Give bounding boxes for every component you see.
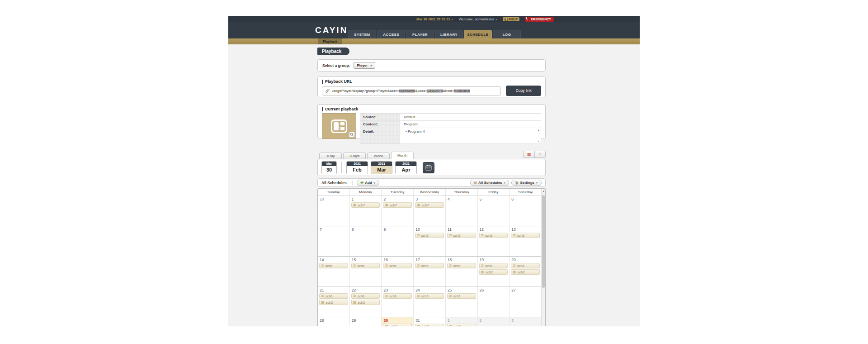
day-cell-8[interactable]: 8 bbox=[350, 226, 382, 256]
calendar-scrollbar[interactable]: ▲ ▼ bbox=[541, 189, 545, 326]
schedule-event-sch2[interactable]: ▦sch2 bbox=[351, 300, 380, 305]
magnifier-button[interactable] bbox=[349, 132, 355, 138]
day-cell-15[interactable]: 15≣sch6 bbox=[350, 257, 382, 287]
day-cell-19[interactable]: 19≣sch6▦sch2 bbox=[478, 257, 510, 287]
day-cell-2[interactable]: 2 bbox=[478, 317, 510, 326]
day-cell-25[interactable]: 25≣sch6 bbox=[446, 287, 478, 317]
schedule-event-sch6[interactable]: ≣sch6 bbox=[447, 233, 476, 238]
calendar-view-button[interactable]: ▦ bbox=[524, 151, 534, 158]
day-cell-24[interactable]: 24≣sch6 bbox=[414, 287, 446, 317]
settings-button[interactable]: Settings ▼ bbox=[511, 180, 542, 186]
day-cell-3[interactable]: 3 bbox=[509, 317, 541, 326]
schedule-event-sch6[interactable]: ≣sch6 bbox=[479, 263, 508, 268]
schedule-event-sch6[interactable]: ≣sch6 bbox=[415, 233, 444, 238]
day-cell-4[interactable]: 4 bbox=[446, 196, 478, 226]
day-cell-21[interactable]: 21≣sch6▦sch2 bbox=[318, 287, 350, 317]
day-cell-30[interactable]: 30▦sch3 bbox=[382, 317, 414, 326]
schedule-event-sch6[interactable]: ≣sch6 bbox=[351, 293, 380, 299]
schedule-event-sch6[interactable]: ≣sch6 bbox=[415, 263, 444, 268]
schedule-event-sch6[interactable]: ≣sch6 bbox=[383, 293, 412, 299]
event-label: sch6 bbox=[453, 264, 461, 268]
schedule-event-sch5[interactable]: ▦sch5 bbox=[447, 324, 476, 326]
schedule-event-sch6[interactable]: ≣sch6 bbox=[447, 293, 476, 299]
day-cell-6[interactable]: 6 bbox=[509, 196, 541, 226]
date-picker-button[interactable] bbox=[423, 162, 434, 173]
scroll-up-icon[interactable]: ▲ bbox=[542, 190, 546, 192]
schedule-event-sch3[interactable]: ▦sch3 bbox=[383, 324, 412, 326]
nav-tab-schedule[interactable]: SCHEDULE bbox=[464, 30, 492, 38]
copy-link-button[interactable]: Copy link bbox=[506, 86, 541, 96]
day-cell-28[interactable]: 28 bbox=[318, 196, 350, 226]
day-cell-31[interactable]: 31▦sch5 bbox=[414, 317, 446, 326]
day-cell-1[interactable]: 1▦sch5 bbox=[446, 317, 478, 326]
schedule-event-sch7[interactable]: ▣sch7 bbox=[351, 202, 380, 208]
day-cell-12[interactable]: 12≣sch6 bbox=[478, 226, 510, 256]
day-cell-17[interactable]: 17≣sch6 bbox=[414, 257, 446, 287]
schedule-event-sch6[interactable]: ≣sch6 bbox=[511, 233, 540, 238]
day-cell-23[interactable]: 23≣sch6 bbox=[382, 287, 414, 317]
nav-tab-system[interactable]: SYSTEM bbox=[348, 30, 376, 38]
view-tab-month[interactable]: Month bbox=[391, 152, 414, 159]
day-cell-26[interactable]: 26 bbox=[478, 287, 510, 317]
list-view-button[interactable]: ≡ bbox=[534, 151, 545, 158]
emergency-button[interactable]: !EMERGENCY bbox=[525, 17, 554, 22]
scroll-up-icon[interactable]: ▲ bbox=[538, 129, 540, 131]
schedules-filter-button[interactable]: ▦ All Schedules ▼ bbox=[470, 180, 509, 186]
day-cell-14[interactable]: 14≣sch6 bbox=[318, 257, 350, 287]
schedule-event-sch7[interactable]: ▣sch7 bbox=[415, 202, 444, 208]
day-cell-7[interactable]: 7 bbox=[318, 226, 350, 256]
view-tab-3days[interactable]: 3Days bbox=[343, 153, 366, 159]
schedule-event-sch6[interactable]: ≣sch6 bbox=[415, 293, 444, 299]
help-button[interactable]: ?HELP bbox=[503, 17, 519, 21]
group-dropdown[interactable]: Player ▼ bbox=[354, 62, 375, 69]
day-cell-27[interactable]: 27 bbox=[509, 287, 541, 317]
day-cell-2[interactable]: 2▣sch7 bbox=[382, 196, 414, 226]
schedule-event-sch2[interactable]: ▦sch2 bbox=[479, 269, 508, 275]
schedule-event-sch6[interactable]: ≣sch6 bbox=[383, 263, 412, 268]
nav-tab-library[interactable]: LIBRARY bbox=[435, 30, 463, 38]
user-menu[interactable]: Welcome, administrator▼ bbox=[459, 17, 498, 21]
schedule-event-sch6[interactable]: ≣sch6 bbox=[319, 263, 348, 268]
day-cell-11[interactable]: 11≣sch6 bbox=[446, 226, 478, 256]
day-cell-20[interactable]: 20≣sch6▦sch2 bbox=[509, 257, 541, 287]
schedule-event-sch2[interactable]: ▦sch2 bbox=[511, 269, 540, 275]
day-cell-13[interactable]: 13≣sch6 bbox=[509, 226, 541, 256]
detail-label: Detail: bbox=[360, 128, 400, 143]
add-button[interactable]: ✚ Add ▼ bbox=[357, 180, 379, 186]
schedule-event-sch6[interactable]: ≣sch6 bbox=[479, 233, 508, 238]
schedule-event-sch6[interactable]: ≣sch6 bbox=[351, 263, 380, 268]
view-tab-week[interactable]: Week bbox=[367, 153, 390, 159]
day-cell-10[interactable]: 10≣sch6 bbox=[414, 226, 446, 256]
nav-tab-access[interactable]: ACCESS bbox=[377, 30, 405, 38]
month-chip-apr[interactable]: 2021Apr bbox=[395, 161, 417, 174]
sub-tab-playback[interactable]: Playback bbox=[318, 38, 342, 44]
scroll-down-icon[interactable]: ▼ bbox=[538, 140, 540, 143]
day-cell-3[interactable]: 3▣sch7 bbox=[414, 196, 446, 226]
datetime-dropdown[interactable]: Mar 30 2021 05:52:22▼ bbox=[416, 17, 453, 21]
day-cell-22[interactable]: 22≣sch6▦sch2 bbox=[350, 287, 382, 317]
nav-tab-log[interactable]: LOG bbox=[493, 30, 521, 38]
day-cell-5[interactable]: 5 bbox=[478, 196, 510, 226]
day-number: 2 bbox=[478, 317, 509, 323]
schedule-event-sch5[interactable]: ▦sch5 bbox=[415, 324, 444, 326]
schedule-event-sch6[interactable]: ≣sch6 bbox=[447, 263, 476, 268]
today-chip[interactable]: Mar 30 bbox=[321, 161, 337, 174]
month-chip-mar[interactable]: 2021Mar bbox=[371, 161, 392, 174]
schedule-event-sch7[interactable]: ▣sch7 bbox=[383, 202, 412, 208]
day-cell-9[interactable]: 9 bbox=[382, 226, 414, 256]
day-cell-18[interactable]: 18≣sch6 bbox=[446, 257, 478, 287]
day-cell-29[interactable]: 29 bbox=[350, 317, 382, 326]
month-chip-feb[interactable]: 2021Feb bbox=[346, 161, 368, 174]
schedule-event-sch6[interactable]: ≣sch6 bbox=[511, 263, 540, 268]
schedule-event-sch6[interactable]: ≣sch6 bbox=[319, 293, 348, 299]
day-number: 5 bbox=[478, 196, 509, 202]
scrollbar-thumb[interactable] bbox=[542, 195, 545, 288]
day-number: 28 bbox=[318, 317, 349, 323]
day-cell-28[interactable]: 28 bbox=[318, 317, 350, 326]
day-cell-16[interactable]: 16≣sch6 bbox=[382, 257, 414, 287]
nav-tab-player[interactable]: PLAYER bbox=[406, 30, 434, 38]
schedule-event-sch2[interactable]: ▦sch2 bbox=[319, 300, 348, 305]
view-tab-1day[interactable]: 1Day bbox=[319, 153, 342, 159]
day-cell-1[interactable]: 1▣sch7 bbox=[350, 196, 382, 226]
playback-url-field[interactable]: /edgePlayer/display?group=Player&user=us… bbox=[322, 86, 501, 96]
